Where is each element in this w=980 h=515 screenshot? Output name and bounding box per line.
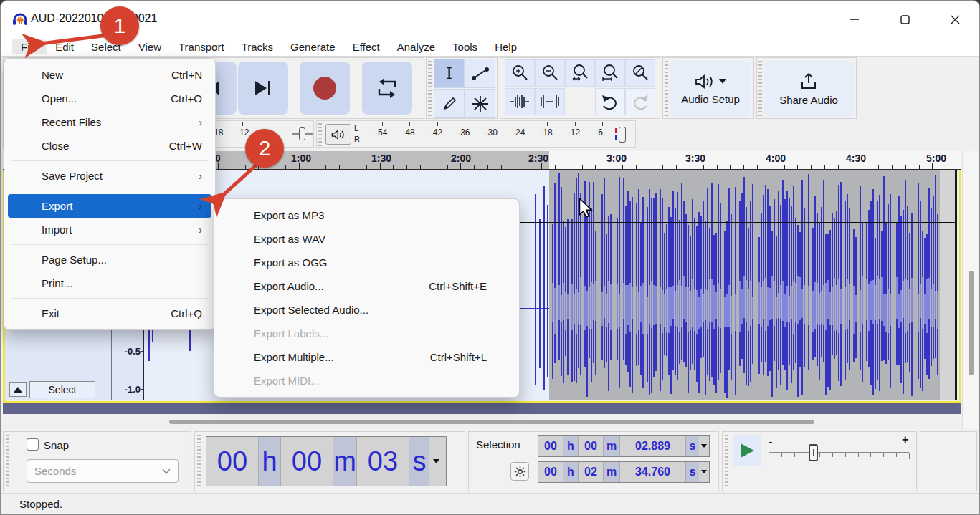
multi-tool-button[interactable] — [465, 89, 495, 118]
redo-button[interactable] — [625, 88, 655, 115]
time-format-caret[interactable] — [429, 437, 442, 486]
audio-setup-grip[interactable] — [665, 61, 668, 117]
file-menu-item-import[interactable]: Import› — [4, 218, 215, 241]
sel-start-minutes[interactable]: 00 — [579, 436, 604, 456]
playback-meter-toolbar[interactable]: L R -54-48-42-36-30-24-18-12-6 — [316, 120, 636, 148]
share-audio-grip[interactable] — [758, 61, 762, 117]
envelope-tool-button[interactable] — [465, 59, 495, 88]
export-submenu-item-export-multiple[interactable]: Export Multiple...Ctrl+Shift+L — [214, 345, 519, 369]
menubar-item-analyze[interactable]: Analyze — [389, 39, 444, 54]
menubar-item-effect[interactable]: Effect — [344, 39, 389, 54]
waveform-rms-bar — [571, 284, 573, 330]
playback-volume-slider-thumb[interactable] — [619, 127, 626, 143]
horizontal-scrollbar-thumb[interactable] — [169, 420, 814, 424]
draw-tool-button[interactable] — [434, 89, 465, 118]
track-collapse-button[interactable] — [9, 382, 27, 397]
selection-end-field[interactable]: 00 h 02 m 34.760 s — [538, 461, 710, 483]
waveform-bar — [814, 196, 816, 357]
file-menu-item-print[interactable]: Print... — [4, 271, 215, 295]
track-select-button[interactable]: Select — [29, 381, 95, 398]
sel-end-caret[interactable] — [699, 462, 709, 482]
sel-end-seconds[interactable]: 34.760 — [620, 462, 686, 482]
export-submenu-item-export-as-mp3[interactable]: Export as MP3 — [214, 203, 519, 227]
sel-start-hours[interactable]: 00 — [538, 436, 563, 456]
menubar-item-edit[interactable]: Edit — [47, 39, 82, 54]
snap-checkbox[interactable] — [27, 438, 39, 451]
waveform-rms-bar — [720, 289, 721, 328]
sel-start-caret[interactable] — [699, 436, 709, 456]
file-menu-item-open[interactable]: Open...Ctrl+O — [4, 87, 215, 110]
time-seconds[interactable]: 03 — [357, 437, 409, 486]
file-menu-item-exit[interactable]: ExitCtrl+Q — [4, 302, 215, 325]
horizontal-scrollbar[interactable] — [3, 415, 961, 429]
audio-position-display[interactable]: 00 h 00 m 03 s — [206, 436, 447, 486]
file-menu-item-recent-files[interactable]: Recent Files› — [4, 110, 215, 134]
recording-volume-slider-thumb[interactable] — [299, 127, 305, 140]
time-toolbar-grip[interactable] — [197, 435, 201, 488]
playback-meter-grip[interactable] — [318, 123, 322, 146]
menubar-item-transport[interactable]: Transport — [170, 39, 233, 54]
menubar-item-view[interactable]: View — [130, 39, 170, 54]
menubar-item-help[interactable]: Help — [486, 39, 525, 54]
timeline-tick — [366, 165, 367, 169]
skip-to-end-button[interactable] — [238, 62, 288, 115]
playback-meter-speaker-button[interactable] — [325, 124, 351, 145]
menubar-item-file[interactable]: File — [12, 39, 47, 54]
audio-setup-button[interactable]: Audio Setup — [670, 61, 751, 117]
waveform-rms-bar — [827, 280, 829, 319]
menubar-item-tracks[interactable]: Tracks — [233, 39, 282, 54]
share-audio-button[interactable]: Share Audio — [764, 61, 853, 117]
export-submenu-item-export-midi[interactable]: Export MIDI... — [214, 369, 519, 393]
silence-audio-button[interactable] — [535, 88, 565, 115]
zoom-toggle-button[interactable] — [625, 59, 655, 87]
menubar-item-tools[interactable]: Tools — [444, 39, 486, 54]
file-menu-item-page-setup[interactable]: Page Setup... — [4, 248, 215, 271]
export-submenu-item-export-as-wav[interactable]: Export as WAV — [214, 227, 519, 251]
menu-item-label: Save Project — [42, 170, 103, 182]
play-at-speed-button[interactable] — [733, 435, 761, 466]
zoom-selection-button[interactable] — [565, 59, 595, 87]
maximize-button[interactable] — [888, 8, 921, 31]
sel-end-hours[interactable]: 00 — [538, 462, 563, 482]
menu-item-label: Export Labels... — [254, 327, 328, 340]
waveform-rms-bar — [933, 284, 934, 327]
time-minutes[interactable]: 00 — [281, 437, 333, 486]
speed-slider-thumb[interactable] — [809, 444, 818, 461]
trim-audio-button[interactable] — [505, 88, 535, 115]
sel-end-minutes[interactable]: 02 — [579, 462, 604, 482]
file-menu-item-save-project[interactable]: Save Project› — [4, 164, 215, 188]
minimize-button[interactable] — [838, 8, 871, 31]
waveform-rms-bar — [580, 277, 581, 325]
selection-options-button[interactable] — [510, 462, 529, 481]
loop-button[interactable] — [362, 62, 412, 115]
export-submenu-item-export-as-ogg[interactable]: Export as OGG — [214, 251, 519, 274]
zoom-in-button[interactable] — [505, 59, 535, 87]
time-hours[interactable]: 00 — [206, 437, 259, 486]
speed-toolbar-grip[interactable] — [725, 435, 728, 488]
playback-meter-scale[interactable]: -54-48-42-36-30-24-18-12-6 — [363, 121, 614, 148]
selection-tool-button[interactable]: I — [434, 59, 465, 88]
zoom-out-button[interactable] — [535, 59, 565, 87]
file-menu-item-new[interactable]: NewCtrl+N — [4, 63, 215, 87]
record-button[interactable] — [300, 62, 350, 115]
tools-toolbar-grip[interactable] — [428, 61, 432, 117]
below-track-band — [3, 403, 961, 414]
close-button[interactable] — [938, 8, 971, 31]
file-menu-item-export[interactable]: Export› — [8, 194, 211, 218]
selection-start-field[interactable]: 00 h 00 m 02.889 s — [538, 435, 710, 457]
zoom-fit-button[interactable] — [595, 59, 625, 87]
export-submenu-item-export-selected-audio[interactable]: Export Selected Audio... — [214, 298, 519, 322]
vertical-scrollbar[interactable] — [962, 151, 979, 429]
export-submenu-item-export-labels[interactable]: Export Labels... — [214, 322, 519, 345]
waveform-rms-bar — [866, 279, 867, 320]
timeline-tick — [406, 165, 407, 169]
snap-toolbar-grip[interactable] — [6, 435, 9, 488]
vertical-scrollbar-thumb[interactable] — [969, 271, 974, 375]
menubar-item-generate[interactable]: Generate — [282, 39, 344, 54]
waveform-rms-bar — [610, 284, 612, 330]
file-menu-item-close[interactable]: CloseCtrl+W — [4, 134, 215, 158]
snap-mode-select[interactable]: Seconds — [27, 459, 179, 483]
export-submenu-item-export-audio[interactable]: Export Audio...Ctrl+Shift+E — [214, 274, 519, 298]
undo-button[interactable] — [595, 88, 625, 115]
sel-start-seconds[interactable]: 02.889 — [620, 436, 686, 456]
